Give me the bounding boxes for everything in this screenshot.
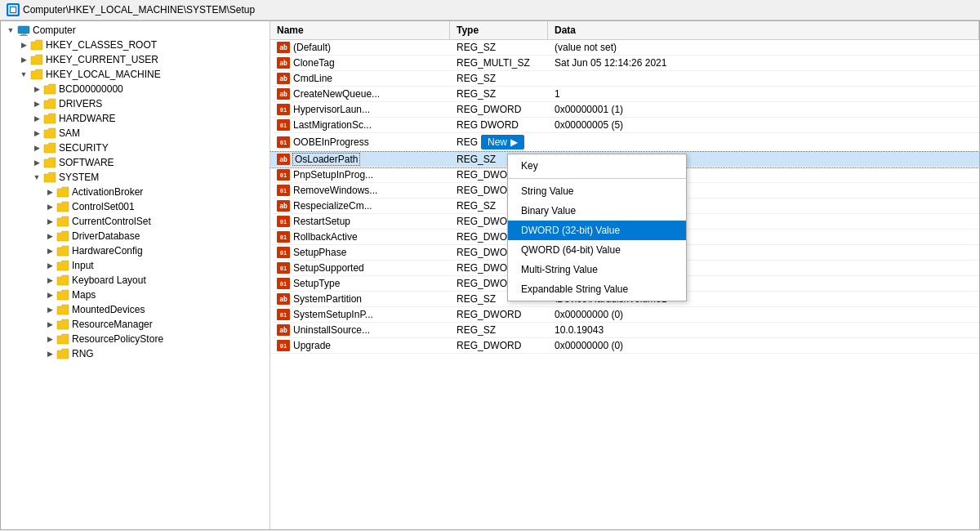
tree-item-resourcepolicystore[interactable]: ResourcePolicyStore — [1, 332, 270, 346]
table-row[interactable]: 01 Upgrade REG_DWORD 0x00000000 (0) — [270, 338, 979, 354]
expand-keyboardlayout[interactable] — [43, 274, 56, 287]
expand-driverdatabase[interactable] — [43, 230, 56, 243]
table-row[interactable]: 01 RollbackActive REG_DWORD 0x — [270, 230, 979, 245]
expand-hardwareconfig[interactable] — [43, 244, 56, 257]
expand-drivers[interactable] — [30, 97, 43, 110]
svg-rect-3 — [21, 33, 26, 35]
table-row[interactable]: 01 SetupPhase REG_DWORD 0x — [270, 245, 979, 261]
folder-icon-hardware — [43, 112, 56, 125]
svg-text:01: 01 — [280, 266, 287, 272]
tree-panel[interactable]: Computer HKEY_CLASSES_ROOT HKEY_CURRENT_… — [1, 21, 270, 529]
svg-text:01: 01 — [280, 123, 287, 129]
tree-item-sam[interactable]: SAM — [1, 126, 270, 141]
row-name: SystemPartition — [293, 293, 362, 305]
tree-item-activationbroker[interactable]: ActivationBroker — [1, 185, 270, 199]
cell-name: 01 OOBEInProgress — [270, 133, 450, 151]
table-row-oobe[interactable]: 01 OOBEInProgress REG New ▶ — [270, 133, 979, 152]
tree-item-maps[interactable]: Maps — [1, 288, 270, 302]
tree-item-hkcr[interactable]: HKEY_CLASSES_ROOT — [1, 38, 270, 52]
tree-label-resourcemanager: ResourceManager — [72, 319, 153, 330]
expand-activationbroker[interactable] — [43, 185, 56, 199]
tree-label-sam: SAM — [59, 127, 80, 139]
svg-text:01: 01 — [280, 343, 287, 350]
expand-sam[interactable] — [30, 127, 43, 140]
cell-name: ab RespecializeCm... — [270, 199, 450, 213]
tree-item-input[interactable]: Input — [1, 258, 270, 273]
tree-item-rng[interactable]: RNG — [1, 346, 270, 361]
tree-item-bcd[interactable]: BCD00000000 — [1, 82, 270, 96]
table-row[interactable]: 01 LastMigrationSc... REG DWORD 0x000000… — [270, 118, 979, 133]
reg-icon-dword: 01 — [277, 247, 290, 258]
table-row[interactable]: 01 SetupSupported REG_DWORD 0x00000001 (… — [270, 261, 979, 276]
tree-item-driverdatabase[interactable]: DriverDatabase — [1, 229, 270, 243]
folder-icon-input — [56, 259, 69, 272]
cell-name: 01 RestartSetup — [270, 214, 450, 229]
expand-computer[interactable] — [4, 24, 17, 37]
expand-resourcepolicystore[interactable] — [43, 332, 56, 346]
expand-currentcontrolset[interactable] — [43, 215, 56, 228]
tree-item-resourcemanager[interactable]: ResourceManager — [1, 317, 270, 332]
tree-item-hardware[interactable]: HARDWARE — [1, 111, 270, 126]
expand-hkcu[interactable] — [17, 53, 30, 66]
tree-item-software[interactable]: SOFTWARE — [1, 155, 270, 170]
expand-bcd[interactable] — [30, 83, 43, 96]
table-row[interactable]: ab CmdLine REG_SZ — [270, 71, 979, 87]
expand-software[interactable] — [30, 156, 43, 169]
table-row[interactable]: ab CloneTag REG_MULTI_SZ Sat Jun 05 12:1… — [270, 56, 979, 71]
cell-data: 0x — [548, 245, 979, 260]
table-row[interactable]: ab CreateNewQueue... REG_SZ 1 — [270, 87, 979, 102]
expand-hardware[interactable] — [30, 112, 43, 125]
tree-item-mounteddevices[interactable]: MountedDevices — [1, 302, 270, 317]
expand-security[interactable] — [30, 141, 43, 154]
tree-item-currentcontrolset[interactable]: CurrentControlSet — [1, 214, 270, 229]
table-row[interactable]: 01 SetupType REG_DWORD 0x00000000 (0) — [270, 276, 979, 292]
svg-text:01: 01 — [280, 312, 287, 319]
expand-input[interactable] — [43, 259, 56, 272]
cell-type: REG_SZ — [450, 71, 548, 86]
expand-hklm[interactable] — [17, 68, 30, 81]
cell-type: REG_SZ — [450, 87, 548, 101]
expand-resourcemanager[interactable] — [43, 318, 56, 331]
table-row[interactable]: ab UninstallSource... REG_SZ 10.0.19043 — [270, 323, 979, 338]
expand-system[interactable] — [30, 171, 43, 184]
tree-item-hardwareconfig[interactable]: HardwareConfig — [1, 243, 270, 258]
folder-icon-keyboardlayout — [56, 274, 69, 287]
expand-controlset001[interactable] — [43, 200, 56, 213]
expand-rng[interactable] — [43, 347, 56, 360]
new-submenu-button[interactable]: New ▶ — [481, 135, 524, 149]
tree-item-hkcu[interactable]: HKEY_CURRENT_USER — [1, 52, 270, 67]
table-row[interactable]: ab RespecializeCm... REG_SZ Sy — [270, 199, 979, 214]
expand-mounteddevices[interactable] — [43, 303, 56, 316]
cell-type: REG_DWORD — [450, 183, 548, 198]
table-body[interactable]: ab (Default) REG_SZ (value not set) ab C… — [270, 40, 979, 529]
tree-item-computer[interactable]: Computer — [1, 23, 270, 38]
expand-maps[interactable] — [43, 288, 56, 301]
cell-data: 0x00000001 (1) — [548, 102, 979, 117]
folder-icon-hkcr — [30, 38, 43, 51]
table-row[interactable]: ab SystemPartition REG_SZ \Device\Harddi… — [270, 292, 979, 307]
tree-item-system[interactable]: SYSTEM — [1, 170, 270, 185]
row-name: Upgrade — [293, 340, 331, 351]
table-row-osloaderpath[interactable]: ab OsLoaderPath REG_SZ \ — [270, 152, 979, 167]
expand-hkcr[interactable] — [17, 38, 30, 51]
table-row[interactable]: 01 HypervisorLaun... REG_DWORD 0x0000000… — [270, 102, 979, 118]
table-row[interactable]: 01 RemoveWindows... REG_DWORD 0x — [270, 183, 979, 199]
table-row[interactable]: 01 SystemSetupInP... REG_DWORD 0x0000000… — [270, 307, 979, 323]
cell-data — [548, 133, 979, 151]
tree-item-security[interactable]: SECURITY — [1, 141, 270, 155]
tree-item-drivers[interactable]: DRIVERS — [1, 96, 270, 111]
folder-icon-controlset001 — [56, 200, 69, 213]
folder-icon-hkcu — [30, 53, 43, 66]
row-name: OOBEInProgress — [293, 136, 369, 148]
cell-type: REG_DWORD — [450, 261, 548, 275]
table-row[interactable]: 01 PnpSetupInProg... REG_DWORD 0x — [270, 167, 979, 183]
svg-text:01: 01 — [280, 250, 287, 257]
row-name: SystemSetupInP... — [293, 309, 373, 320]
table-row[interactable]: 01 RestartSetup REG_DWORD 0x — [270, 214, 979, 230]
tree-item-hklm[interactable]: HKEY_LOCAL_MACHINE — [1, 67, 270, 82]
tree-item-keyboardlayout[interactable]: Keyboard Layout — [1, 273, 270, 288]
table-row[interactable]: ab (Default) REG_SZ (value not set) — [270, 40, 979, 56]
tree-item-controlset001[interactable]: ControlSet001 — [1, 199, 270, 214]
row-name: SetupSupported — [293, 262, 364, 274]
folder-icon-security — [43, 141, 56, 154]
